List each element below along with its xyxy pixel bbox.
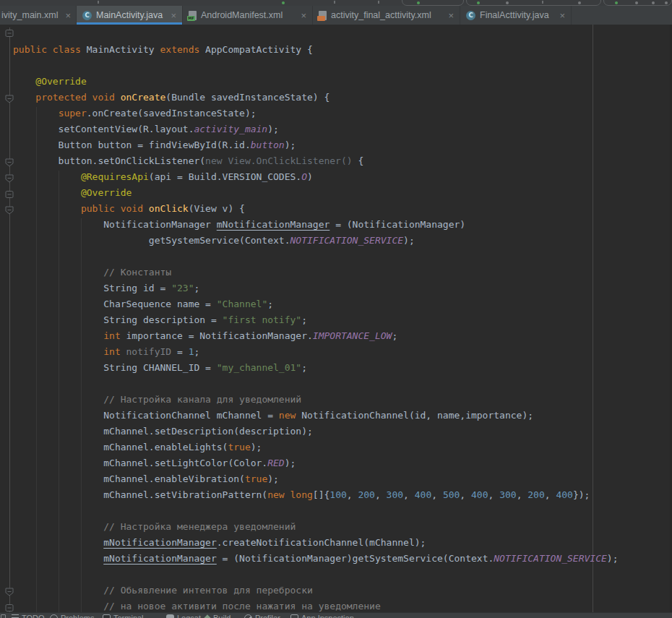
profiler-icon [244,614,252,618]
code-line [13,58,619,74]
problems-icon [50,614,58,618]
tab-ivity_main.xml[interactable]: ivity_main.xml× [0,6,77,25]
code-line: // Константы [13,265,619,280]
app-inspection-icon [290,614,298,618]
tab-label: MainActivity.java [96,10,163,20]
code-editor[interactable]: public class MainActivity extends AppCom… [0,25,672,612]
fold-marker-icon[interactable] [5,93,14,102]
tool-window-icon[interactable] [1,614,6,618]
run-config-button[interactable] [402,0,464,6]
toolbar-tick [98,1,99,4]
tab-label: AndroidManifest.xml [201,10,283,20]
tool-window-button-Build[interactable]: Build [204,614,231,618]
close-icon[interactable]: × [445,11,454,20]
code-line: getSystemService(Context.NOTIFICATION_SE… [13,233,619,249]
code-line: button.setOnClickListener(new View.OnCli… [13,153,619,169]
fold-marker-icon[interactable] [5,27,14,36]
tab-label: FinalActtivity.java [480,10,549,20]
code-line: // Обьявление интентов для переброски [13,583,619,598]
todo-icon [12,614,19,618]
status-dot [578,1,581,4]
tool-window-label: Profiler [255,614,280,618]
status-dot [615,1,618,4]
code-line: @Override [13,185,619,201]
status-dot [282,1,285,4]
close-icon[interactable]: × [556,11,565,20]
code-line: super.onCreate(savedInstanceState); [13,106,619,121]
code-line [13,503,619,519]
code-line: // на новое активити после нажатия на ув… [13,598,619,612]
code-line: CharSequence name = "Channel"; [13,296,619,312]
tool-window-button-Problems[interactable]: Problems [50,614,94,618]
code-line: protected void onCreate(Bundle savedInst… [13,90,619,106]
code-area[interactable]: public class MainActivity extends AppCom… [13,42,619,612]
tool-window-button-Terminal[interactable]: Terminal [103,614,144,618]
tool-window-label: App Inspection [301,614,354,618]
status-dot [665,1,668,4]
editor-tab-bar: ivity_main.xml×CMainActivity.java×MFAndr… [0,6,672,25]
fold-marker-icon[interactable] [5,602,14,611]
tab-label: activity_final_acttivity.xml [331,10,431,20]
fold-marker-icon[interactable] [5,173,14,181]
gutter-separator [9,27,10,612]
build-icon [203,614,211,618]
tool-window-button-App Inspection[interactable]: App Inspection [290,614,354,618]
code-line: int notifyID = 1; [13,344,619,360]
code-line: String description = "first notify"; [13,312,619,328]
code-line: NotificationManager mNotificationManager… [13,217,619,233]
layout-xml-icon [319,11,327,20]
status-dot [635,1,638,4]
toolbar-tick [378,1,379,4]
toolbar-tick [334,1,335,4]
java-class-icon: C [82,11,92,20]
code-line [13,249,619,265]
code-line: String CHANNEL_ID = "my_channel_01"; [13,360,619,376]
code-line: mNotificationManager = (NotificationMana… [13,551,619,567]
code-line [13,376,619,392]
code-line: mChannel.setVibrationPattern(new long[]{… [13,487,619,503]
code-line: @Override [13,74,619,90]
fold-marker-icon[interactable] [5,205,14,213]
status-dot [417,1,420,4]
code-line: NotificationChannel mChannel = new Notif… [13,408,619,424]
tab-activity_final_acttivity.xml[interactable]: activity_final_acttivity.xml× [313,6,460,25]
code-line: setContentView(R.layout.activity_main); [13,121,619,137]
toolbar-tick [542,1,543,4]
code-line: mNotificationManager.createNotificationC… [13,535,619,551]
tab-MainActivity.java[interactable]: CMainActivity.java× [77,6,183,25]
status-dot [652,1,655,4]
code-line: mChannel.enableVibration(true); [13,471,619,487]
terminal-icon [103,614,111,618]
manifest-icon: MF [189,11,197,20]
code-line: // Настройка менеджера уведомлений [13,519,619,535]
tool-window-label: Problems [61,614,94,618]
close-icon[interactable]: × [168,11,176,20]
tool-window-button-Profiler[interactable]: Profiler [244,614,280,618]
code-line: mChannel.enableLights(true); [13,439,619,455]
code-line: String id = "23"; [13,280,619,296]
status-dot [477,1,480,4]
close-icon[interactable]: × [298,11,306,20]
code-line: int importance = NotificationManager.IMP… [13,328,619,344]
tab-label: ivity_main.xml [1,10,59,20]
tool-window-button-Logcat[interactable]: Logcat [166,614,201,618]
code-line: mChannel.setDescription(description); [13,424,619,439]
code-line: // Настройка канала для уведомлений [13,392,619,408]
logcat-icon [166,614,174,618]
fold-marker-icon[interactable] [5,189,14,197]
code-line: Button button = findViewById(R.id.button… [13,137,619,153]
code-line: public class MainActivity extends AppCom… [13,42,619,58]
tab-AndroidManifest.xml[interactable]: MFAndroidManifest.xml× [183,6,313,25]
code-line: mChannel.setLightColor(Color.RED); [13,455,619,471]
tool-window-button-TODO[interactable]: TODO [12,614,45,618]
tool-window-label: Terminal [113,614,144,618]
java-class-icon: C [466,11,475,20]
tab-FinalActtivity.java[interactable]: CFinalActtivity.java× [460,6,572,25]
tool-window-label: Build [213,614,231,618]
fold-marker-icon[interactable] [5,157,14,166]
close-icon[interactable]: × [63,11,72,20]
tool-window-label: TODO [22,614,45,618]
fold-marker-icon[interactable] [5,586,14,595]
code-line: @RequiresApi(api = Build.VERSION_CODES.O… [13,169,619,185]
code-line: public void onClick(View v) { [13,201,619,217]
